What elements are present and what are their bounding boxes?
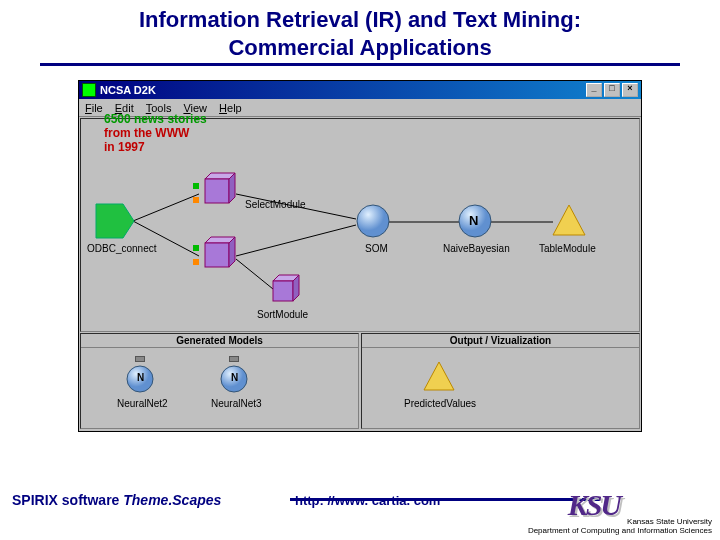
slide-footer: SPIRIX software Theme.Scapes http: //www… — [0, 478, 720, 540]
title-line-1: Information Retrieval (IR) and Text Mini… — [139, 7, 581, 32]
overlay-line-1: 6500 news stories — [104, 112, 207, 126]
label-table: TableModule — [539, 243, 596, 254]
slide-title: Information Retrieval (IR) and Text Mini… — [40, 0, 680, 66]
label-predicted: PredictedValues — [404, 398, 476, 409]
menubar: File Edit Tools View Help 6500 news stor… — [79, 99, 641, 117]
affiliation: Kansas State University Department of Co… — [528, 518, 712, 536]
window-title: NCSA D2K — [100, 84, 156, 96]
label-nn3: NeuralNet3 — [211, 398, 262, 409]
svg-point-21 — [357, 205, 389, 237]
menu-file[interactable]: File — [85, 102, 103, 114]
spirix-caption: SPIRIX software Theme.Scapes — [12, 492, 221, 508]
maximize-button[interactable]: □ — [604, 83, 620, 97]
spirix-product: Theme.Scapes — [123, 492, 221, 508]
node-odbc-connect[interactable] — [95, 203, 135, 239]
label-sort: SortModule — [257, 309, 308, 320]
bottom-panels: Generated Models N NeuralNet2 N NeuralNe… — [80, 333, 640, 429]
ksu-logo: KSU — [568, 488, 620, 522]
svg-marker-11 — [96, 204, 134, 238]
node-n-label: N — [469, 213, 478, 228]
handle-icon[interactable] — [135, 356, 145, 362]
label-naive: NaiveBayesian — [443, 243, 510, 254]
node-predicted-values[interactable] — [422, 360, 456, 394]
svg-marker-23 — [553, 205, 585, 235]
overlay-annotation: 6500 news stories from the WWW in 1997 — [104, 113, 207, 154]
node-som[interactable] — [355, 203, 391, 239]
node-select-module-2[interactable] — [199, 235, 237, 273]
handle-icon[interactable] — [229, 356, 239, 362]
svg-rect-16 — [205, 243, 229, 267]
spirix-prefix: SPIRIX software — [12, 492, 123, 508]
svg-rect-13 — [205, 179, 229, 203]
titlebar: NCSA D2K _ □ × — [79, 81, 641, 99]
node-table-module[interactable] — [551, 203, 587, 239]
label-odbc: ODBC_connect — [87, 243, 156, 254]
menu-help[interactable]: Help — [219, 102, 242, 114]
label-nn2: NeuralNet2 — [117, 398, 168, 409]
panel-output-viz: Output / Vizualization PredictedValues — [361, 333, 640, 429]
title-line-2: Commercial Applications — [228, 35, 491, 60]
label-som: SOM — [365, 243, 388, 254]
affil-line-2: Department of Computing and Information … — [528, 527, 712, 536]
nn3-n: N — [231, 372, 238, 383]
svg-line-3 — [236, 225, 356, 256]
svg-marker-17 — [229, 237, 235, 267]
overlay-line-2: from the WWW — [104, 126, 189, 140]
close-button[interactable]: × — [622, 83, 638, 97]
node-sort-module[interactable] — [267, 273, 301, 307]
svg-rect-19 — [273, 281, 293, 301]
footer-rule — [290, 498, 600, 501]
svg-line-0 — [133, 194, 199, 221]
label-select: SelectModule — [245, 199, 306, 210]
svg-marker-14 — [229, 173, 235, 203]
app-icon — [82, 83, 96, 97]
panel-generated-models: Generated Models N NeuralNet2 N NeuralNe… — [80, 333, 359, 429]
nn2-n: N — [137, 372, 144, 383]
node-select-module-1[interactable] — [199, 171, 237, 209]
panel-header-output: Output / Vizualization — [362, 334, 639, 348]
app-window: NCSA D2K _ □ × File Edit Tools View Help… — [78, 80, 642, 432]
svg-marker-26 — [424, 362, 454, 390]
overlay-line-3: in 1997 — [104, 140, 145, 154]
panel-header-models: Generated Models — [81, 334, 358, 348]
minimize-button[interactable]: _ — [586, 83, 602, 97]
